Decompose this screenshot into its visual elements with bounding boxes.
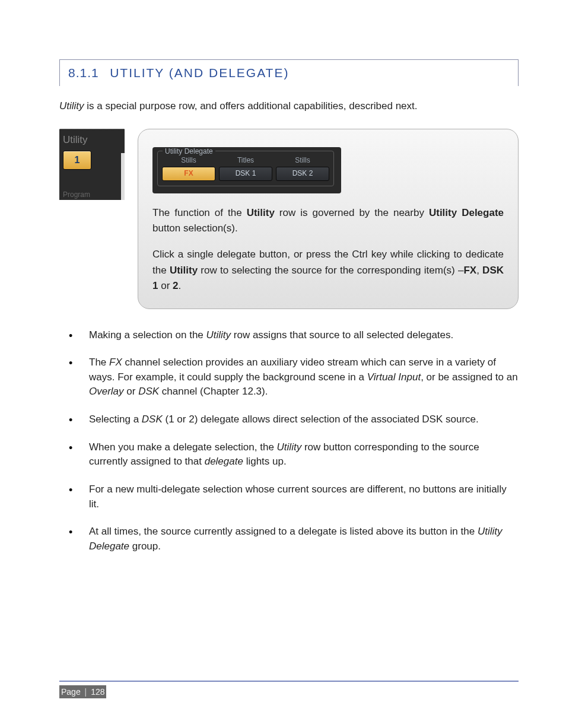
utility-row-screenshot: Utility 1 Program: [59, 129, 125, 200]
delegate-button-dsk2[interactable]: DSK 2: [276, 167, 329, 181]
list-item: The FX channel selection provides an aux…: [59, 355, 519, 399]
footer-sep-char: |: [85, 687, 87, 697]
page-number-badge: Page | 128: [59, 685, 106, 698]
footer-page-number: 128: [91, 687, 104, 697]
list-item: When you make a delegate selection, the …: [59, 440, 519, 469]
utility-row-button-1[interactable]: 1: [63, 151, 91, 170]
heading-title: UTILITY (AND DELEGATE): [110, 66, 289, 80]
callout-paragraph-2: Click a single delegate button, or press…: [152, 247, 504, 294]
callout-paragraph-1: The function of the Utility row is gover…: [152, 205, 504, 237]
utility-row-label: Utility: [63, 134, 121, 146]
utility-row-edge: [121, 153, 125, 200]
intro-rest: is a special purpose row, and offers add…: [84, 100, 418, 112]
delegate-source-label: Stills: [295, 156, 310, 164]
page-footer: Page | 128: [59, 681, 519, 698]
bullet-list: Making a selection on the Utility row as…: [59, 328, 519, 554]
delegate-source-label: Titles: [237, 156, 254, 164]
list-item: For a new multi-delegate selection whose…: [59, 482, 519, 511]
utility-row-bottom-label: Program: [59, 190, 125, 199]
list-item: Selecting a DSK (1 or 2) delegate allows…: [59, 412, 519, 427]
utility-delegate-legend: Utility Delegate: [163, 147, 215, 155]
list-item: At all times, the source currently assig…: [59, 524, 519, 554]
intro-paragraph: Utility is a special purpose row, and of…: [59, 99, 519, 113]
heading-number: 8.1.1: [68, 66, 99, 80]
intro-italic: Utility: [59, 100, 84, 112]
callout-bubble: Utility Delegate Stills FX Titles DSK 1 …: [138, 129, 519, 309]
section-heading: 8.1.1 UTILITY (AND DELEGATE): [59, 59, 519, 86]
delegate-source-label: Stills: [181, 156, 196, 164]
footer-page-label: Page: [61, 687, 81, 697]
utility-delegate-screenshot: Utility Delegate Stills FX Titles DSK 1 …: [152, 147, 341, 193]
delegate-button-dsk1[interactable]: DSK 1: [219, 167, 272, 181]
footer-separator: [59, 681, 519, 682]
list-item: Making a selection on the Utility row as…: [59, 328, 519, 343]
delegate-button-fx[interactable]: FX: [162, 167, 215, 181]
